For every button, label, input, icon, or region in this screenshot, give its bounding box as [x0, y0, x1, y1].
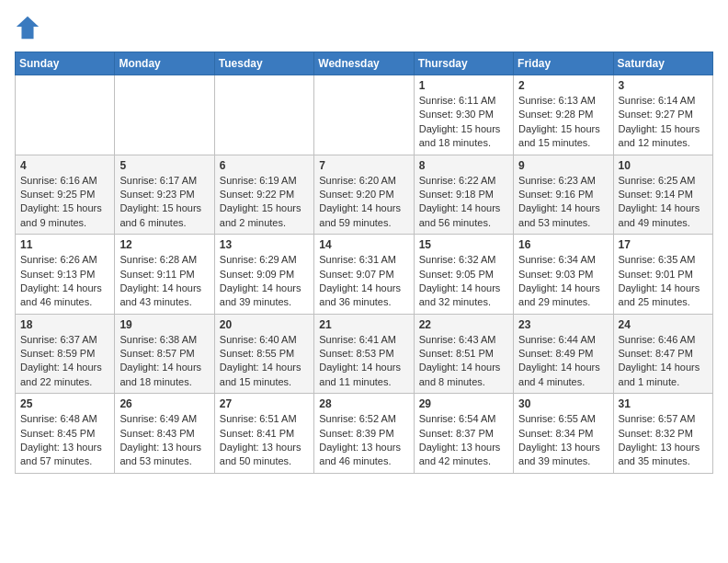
day-info: Sunrise: 6:57 AM Sunset: 8:32 PM Dayligh…	[619, 412, 708, 469]
day-info: Sunrise: 6:43 AM Sunset: 8:51 PM Dayligh…	[419, 333, 508, 390]
calendar-cell: 10Sunrise: 6:25 AM Sunset: 9:14 PM Dayli…	[613, 155, 712, 235]
calendar-cell: 20Sunrise: 6:40 AM Sunset: 8:55 PM Dayli…	[214, 314, 313, 394]
calendar-header-row: SundayMondayTuesdayWednesdayThursdayFrid…	[16, 52, 713, 75]
calendar-cell: 12Sunrise: 6:28 AM Sunset: 9:11 PM Dayli…	[115, 235, 214, 315]
day-info: Sunrise: 6:48 AM Sunset: 8:45 PM Dayligh…	[20, 412, 109, 469]
day-number: 31	[619, 397, 708, 410]
day-number: 18	[20, 318, 109, 331]
calendar-week-row: 11Sunrise: 6:26 AM Sunset: 9:13 PM Dayli…	[16, 235, 713, 315]
day-number: 4	[20, 159, 109, 172]
calendar-cell: 8Sunrise: 6:22 AM Sunset: 9:18 PM Daylig…	[414, 155, 513, 235]
calendar-cell: 28Sunrise: 6:52 AM Sunset: 8:39 PM Dayli…	[314, 394, 414, 474]
day-number: 20	[220, 318, 309, 331]
calendar-cell: 18Sunrise: 6:37 AM Sunset: 8:59 PM Dayli…	[16, 314, 115, 394]
day-info: Sunrise: 6:52 AM Sunset: 8:39 PM Dayligh…	[319, 412, 408, 469]
day-info: Sunrise: 6:49 AM Sunset: 8:43 PM Dayligh…	[119, 412, 209, 469]
day-number: 10	[619, 159, 708, 172]
calendar-week-row: 25Sunrise: 6:48 AM Sunset: 8:45 PM Dayli…	[16, 394, 713, 474]
day-number: 24	[619, 318, 708, 331]
day-number: 26	[119, 397, 209, 410]
day-number: 22	[419, 318, 508, 331]
calendar-cell: 30Sunrise: 6:55 AM Sunset: 8:34 PM Dayli…	[514, 394, 613, 474]
calendar-cell: 14Sunrise: 6:31 AM Sunset: 9:07 PM Dayli…	[314, 235, 414, 315]
calendar-week-row: 1Sunrise: 6:11 AM Sunset: 9:30 PM Daylig…	[16, 75, 713, 155]
day-header: Monday	[115, 52, 214, 75]
day-info: Sunrise: 6:44 AM Sunset: 8:49 PM Dayligh…	[518, 333, 608, 390]
day-number: 6	[220, 159, 309, 172]
day-number: 14	[319, 238, 408, 251]
day-number: 15	[419, 238, 508, 251]
calendar-cell	[214, 75, 313, 155]
day-info: Sunrise: 6:14 AM Sunset: 9:27 PM Dayligh…	[619, 94, 708, 151]
calendar-cell: 23Sunrise: 6:44 AM Sunset: 8:49 PM Dayli…	[514, 314, 613, 394]
day-number: 11	[20, 238, 109, 251]
calendar-cell: 4Sunrise: 6:16 AM Sunset: 9:25 PM Daylig…	[16, 155, 115, 235]
calendar-cell: 29Sunrise: 6:54 AM Sunset: 8:37 PM Dayli…	[414, 394, 513, 474]
calendar-cell	[314, 75, 414, 155]
day-number: 1	[419, 79, 508, 92]
day-info: Sunrise: 6:19 AM Sunset: 9:22 PM Dayligh…	[220, 174, 309, 231]
day-header: Friday	[514, 52, 613, 75]
day-header: Tuesday	[214, 52, 313, 75]
day-number: 13	[220, 238, 309, 251]
day-info: Sunrise: 6:35 AM Sunset: 9:01 PM Dayligh…	[619, 253, 708, 310]
day-number: 9	[518, 159, 608, 172]
day-info: Sunrise: 6:32 AM Sunset: 9:05 PM Dayligh…	[419, 253, 508, 310]
calendar-cell: 6Sunrise: 6:19 AM Sunset: 9:22 PM Daylig…	[214, 155, 313, 235]
day-number: 7	[319, 159, 408, 172]
calendar-cell: 1Sunrise: 6:11 AM Sunset: 9:30 PM Daylig…	[414, 75, 513, 155]
calendar-cell: 21Sunrise: 6:41 AM Sunset: 8:53 PM Dayli…	[314, 314, 414, 394]
calendar-cell: 3Sunrise: 6:14 AM Sunset: 9:27 PM Daylig…	[613, 75, 712, 155]
calendar-cell	[115, 75, 214, 155]
calendar-cell: 27Sunrise: 6:51 AM Sunset: 8:41 PM Dayli…	[214, 394, 313, 474]
calendar-cell: 5Sunrise: 6:17 AM Sunset: 9:23 PM Daylig…	[115, 155, 214, 235]
day-number: 3	[619, 79, 708, 92]
day-info: Sunrise: 6:16 AM Sunset: 9:25 PM Dayligh…	[20, 174, 109, 231]
calendar-cell: 13Sunrise: 6:29 AM Sunset: 9:09 PM Dayli…	[214, 235, 313, 315]
day-info: Sunrise: 6:11 AM Sunset: 9:30 PM Dayligh…	[419, 94, 508, 151]
day-number: 17	[619, 238, 708, 251]
calendar-cell: 11Sunrise: 6:26 AM Sunset: 9:13 PM Dayli…	[16, 235, 115, 315]
day-info: Sunrise: 6:38 AM Sunset: 8:57 PM Dayligh…	[119, 333, 209, 390]
logo-icon	[15, 15, 40, 40]
day-header: Thursday	[414, 52, 513, 75]
calendar-cell: 15Sunrise: 6:32 AM Sunset: 9:05 PM Dayli…	[414, 235, 513, 315]
day-info: Sunrise: 6:22 AM Sunset: 9:18 PM Dayligh…	[419, 174, 508, 231]
day-number: 21	[319, 318, 408, 331]
day-number: 2	[518, 79, 608, 92]
calendar-table: SundayMondayTuesdayWednesdayThursdayFrid…	[15, 52, 713, 474]
day-info: Sunrise: 6:31 AM Sunset: 9:07 PM Dayligh…	[319, 253, 408, 310]
calendar-week-row: 18Sunrise: 6:37 AM Sunset: 8:59 PM Dayli…	[16, 314, 713, 394]
day-header: Wednesday	[314, 52, 414, 75]
day-header: Saturday	[613, 52, 712, 75]
day-info: Sunrise: 6:25 AM Sunset: 9:14 PM Dayligh…	[619, 174, 708, 231]
day-info: Sunrise: 6:37 AM Sunset: 8:59 PM Dayligh…	[20, 333, 109, 390]
calendar-cell: 24Sunrise: 6:46 AM Sunset: 8:47 PM Dayli…	[613, 314, 712, 394]
day-header: Sunday	[16, 52, 115, 75]
calendar-cell: 17Sunrise: 6:35 AM Sunset: 9:01 PM Dayli…	[613, 235, 712, 315]
day-number: 19	[119, 318, 209, 331]
calendar-cell: 16Sunrise: 6:34 AM Sunset: 9:03 PM Dayli…	[514, 235, 613, 315]
calendar-cell: 2Sunrise: 6:13 AM Sunset: 9:28 PM Daylig…	[514, 75, 613, 155]
calendar-cell: 22Sunrise: 6:43 AM Sunset: 8:51 PM Dayli…	[414, 314, 513, 394]
day-number: 23	[518, 318, 608, 331]
page-header	[15, 15, 713, 40]
day-info: Sunrise: 6:26 AM Sunset: 9:13 PM Dayligh…	[20, 253, 109, 310]
day-info: Sunrise: 6:28 AM Sunset: 9:11 PM Dayligh…	[119, 253, 209, 310]
day-number: 12	[119, 238, 209, 251]
day-number: 28	[319, 397, 408, 410]
calendar-cell: 25Sunrise: 6:48 AM Sunset: 8:45 PM Dayli…	[16, 394, 115, 474]
calendar-week-row: 4Sunrise: 6:16 AM Sunset: 9:25 PM Daylig…	[16, 155, 713, 235]
day-number: 5	[119, 159, 209, 172]
svg-marker-0	[17, 17, 39, 39]
day-number: 27	[220, 397, 309, 410]
day-info: Sunrise: 6:29 AM Sunset: 9:09 PM Dayligh…	[220, 253, 309, 310]
day-info: Sunrise: 6:55 AM Sunset: 8:34 PM Dayligh…	[518, 412, 608, 469]
day-info: Sunrise: 6:51 AM Sunset: 8:41 PM Dayligh…	[220, 412, 309, 469]
day-number: 29	[419, 397, 508, 410]
day-info: Sunrise: 6:13 AM Sunset: 9:28 PM Dayligh…	[518, 94, 608, 151]
calendar-cell	[16, 75, 115, 155]
calendar-cell: 9Sunrise: 6:23 AM Sunset: 9:16 PM Daylig…	[514, 155, 613, 235]
day-info: Sunrise: 6:34 AM Sunset: 9:03 PM Dayligh…	[518, 253, 608, 310]
day-info: Sunrise: 6:54 AM Sunset: 8:37 PM Dayligh…	[419, 412, 508, 469]
